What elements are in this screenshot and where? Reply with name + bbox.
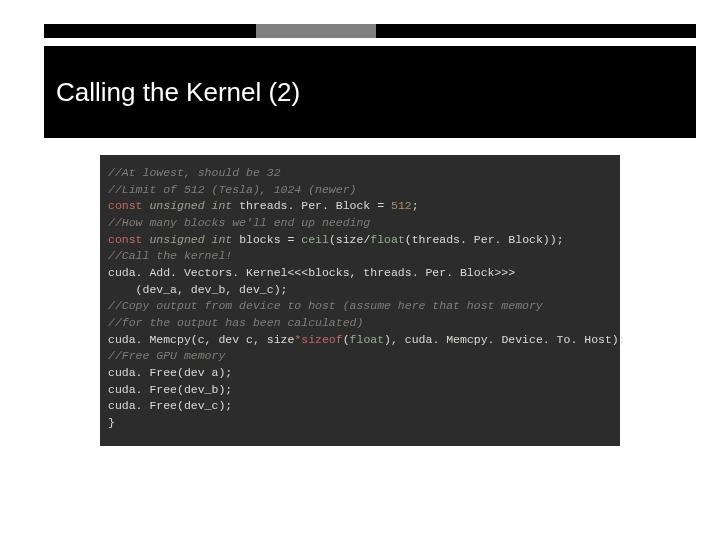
code-keyword: const [108, 199, 143, 212]
code-comment: //for the output has been calculated) [108, 316, 363, 329]
slide: Calling the Kernel (2) //At lowest, shou… [0, 0, 720, 540]
code-text: cuda. Memcpy(c, dev c, size [108, 333, 294, 346]
code-builtin: float [370, 233, 405, 246]
stripe-segment-3 [376, 24, 696, 38]
code-type: unsigned int [149, 199, 232, 212]
code-builtin: float [350, 333, 385, 346]
code-line: cuda. Free(dev a); [108, 365, 612, 382]
code-keyword: const [108, 233, 143, 246]
slide-title: Calling the Kernel (2) [56, 77, 300, 108]
code-text: ; [412, 199, 419, 212]
code-line: cuda. Memcpy(c, dev c, size*sizeof(float… [108, 332, 612, 349]
code-line: } [108, 415, 612, 432]
code-text: (size/ [329, 233, 370, 246]
code-text: threads. Per. Block = [232, 199, 391, 212]
stripe-segment-1 [44, 24, 256, 38]
code-line: cuda. Free(dev_c); [108, 398, 612, 415]
code-line: cuda. Free(dev_b); [108, 382, 612, 399]
stripe-segment-2 [256, 24, 376, 38]
code-text: ), cuda. Memcpy. Device. To. Host); [384, 333, 626, 346]
code-line: const unsigned int threads. Per. Block =… [108, 198, 612, 215]
code-text: ( [343, 333, 350, 346]
code-comment: //Call the kernel! [108, 249, 232, 262]
code-comment: //How many blocks we'll end up needing [108, 216, 370, 229]
code-number: 512 [391, 199, 412, 212]
code-builtin: ceil [301, 233, 329, 246]
code-comment: //Free GPU memory [108, 349, 225, 362]
code-keyword: sizeof [301, 333, 342, 346]
code-text: (threads. Per. Block)); [405, 233, 564, 246]
code-comment: //Limit of 512 (Tesla), 1024 (newer) [108, 183, 356, 196]
code-block: //At lowest, should be 32 //Limit of 512… [100, 155, 620, 446]
code-line: (dev_a, dev_b, dev_c); [108, 282, 612, 299]
code-comment: //At lowest, should be 32 [108, 166, 281, 179]
title-bar: Calling the Kernel (2) [44, 46, 696, 138]
code-line: const unsigned int blocks = ceil(size/fl… [108, 232, 612, 249]
code-text: blocks = [232, 233, 301, 246]
code-type: unsigned int [149, 233, 232, 246]
code-comment: //Copy output from device to host (assum… [108, 299, 543, 312]
code-line: cuda. Add. Vectors. Kernel<<<blocks, thr… [108, 265, 612, 282]
header-stripe [44, 24, 696, 38]
